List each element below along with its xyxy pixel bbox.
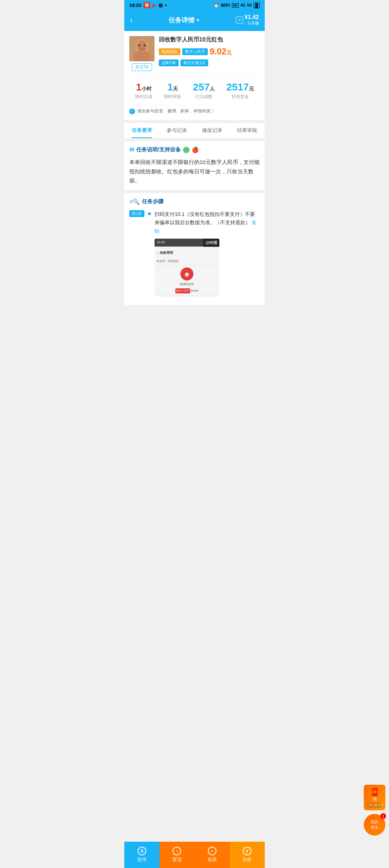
step-1-dot — [148, 212, 151, 215]
share-icon: ↗ — [236, 17, 243, 24]
status-time: 19:23 读 ▶ ⊞ • — [129, 2, 167, 8]
svg-point-2 — [137, 40, 147, 52]
phone-mock-nav: 收款码 扫码收款 — [157, 259, 217, 266]
stat-completed: 257人 已完成数 — [193, 81, 215, 100]
task-extra-tags: 还剩7单 每日可做1次 — [159, 59, 260, 66]
hd-icon: HD — [232, 3, 239, 8]
dot-icon: • — [165, 3, 167, 8]
notification-icon: 读 — [143, 2, 150, 8]
share-label: 分享赚 — [245, 21, 259, 26]
back-button[interactable]: ‹ — [130, 15, 133, 25]
share-amount: ¥1.42 — [245, 14, 259, 21]
signal-4g-icon: 4G — [241, 3, 245, 7]
alarm-icon: ⏰ — [214, 3, 219, 8]
task-card: 关注TA 回收数字人民币10元红包 电商回收 数字人民币 9.02元 还剩7单 … — [124, 31, 265, 120]
tag-digital-currency: 数字人民币 — [182, 48, 208, 55]
stats-row: 1小时 限时完成 1天 限时审核 257人 已完成数 2517元 托管赏金 — [129, 75, 260, 103]
stat-time: 1小时 限时完成 — [135, 81, 152, 100]
tag-daily: 每日可做1次 — [180, 59, 208, 66]
description-body: 本单回收不限渠道不限银行的10元数字人民币，支付能抵扣统统都收。红包多的每日可做… — [129, 158, 260, 185]
task-price: 9.02元 — [210, 46, 232, 57]
header: ‹ 任务详情 ▼ ↗ ¥1.42 分享赚 — [124, 10, 265, 31]
signal-5g-icon: 5G — [247, 3, 252, 7]
step-1-badge: 第1步 — [129, 210, 144, 217]
phone-mock-body: ‹ 收款管理 收款码 扫码收款 ◉ 统康百货店 — [155, 247, 219, 296]
share-earn[interactable]: ↗ ¥1.42 分享赚 — [236, 14, 259, 26]
step-1-text: 扫码支付10.1（没有红包抵扣不要支付）不要来骗单以我后台数据为准。（不支持退款… — [155, 211, 255, 226]
tab-bar: 任务要求 参与记录 修改记录 结果审核 — [124, 123, 265, 138]
status-icons: ⏰ WiFi HD 4G 5G ▓ — [214, 3, 260, 8]
video-icon: ▶ — [152, 3, 156, 8]
description-title: ✉ 任务说明/支持设备 🤖 🍎 — [129, 146, 260, 153]
tag-remaining: 还剩7单 — [159, 59, 179, 66]
task-title: 回收数字人民币10元红包 — [159, 36, 260, 44]
avatar — [129, 36, 155, 61]
follow-button[interactable]: 关注TA — [132, 63, 152, 71]
notice-icon: ! — [129, 108, 135, 114]
battery-icon: ▓ — [254, 3, 260, 8]
stat-review: 1天 限时审核 — [164, 81, 181, 100]
status-bar: 19:23 读 ▶ ⊞ • ⏰ WiFi HD 4G 5G ▓ — [124, 0, 265, 10]
stat-reward: 2517元 托管赏金 — [227, 81, 254, 100]
step-1-content: 扫码支付10.1（没有红包抵扣不要支付）不要来骗单以我后台数据为准。（不支持退款… — [155, 210, 260, 296]
wifi-icon: WiFi — [221, 3, 230, 8]
image-label: 说明图 — [203, 239, 219, 247]
task-tags: 电商回收 数字人民币 9.02元 — [159, 46, 260, 57]
steps-title: ≡🔍 任务步骤 — [129, 198, 260, 205]
tab-edits[interactable]: 修改记录 — [194, 123, 230, 138]
step-1-image: 14:53 ●●● ▓ ‹ 收款管理 收款码 扫码收款 — [155, 239, 219, 296]
svg-point-4 — [139, 45, 140, 46]
notice-bar: ! 请勿参与投资、赌博、刷单，举报有奖！ — [129, 105, 260, 115]
qr-icon: ⊞ — [158, 3, 163, 8]
step-1: 第1步 扫码支付10.1（没有红包抵扣不要支付）不要来骗单以我后台数据为准。（不… — [129, 210, 260, 296]
tab-records[interactable]: 参与记录 — [160, 123, 195, 138]
tab-review[interactable]: 结果审核 — [230, 123, 265, 138]
android-icon: 🤖 — [183, 147, 189, 153]
time-display: 19:23 — [129, 3, 141, 8]
notice-text: 请勿参与投资、赌博、刷单，举报有奖！ — [137, 108, 215, 114]
svg-point-5 — [144, 45, 146, 46]
task-steps-section: ≡🔍 任务步骤 第1步 扫码支付10.1（没有红包抵扣不要支付）不要来骗单以我后… — [124, 193, 265, 305]
tag-ecommerce: 电商回收 — [159, 48, 180, 55]
header-title: 任务详情 ▼ — [169, 16, 200, 25]
tab-requirements[interactable]: 任务要求 — [124, 123, 160, 138]
task-description-section: ✉ 任务说明/支持设备 🤖 🍎 本单回收不限渠道不限银行的10元数字人民币，支付… — [124, 141, 265, 190]
title-dropdown-arrow[interactable]: ▼ — [196, 18, 200, 23]
apple-icon: 🍎 — [192, 146, 199, 153]
